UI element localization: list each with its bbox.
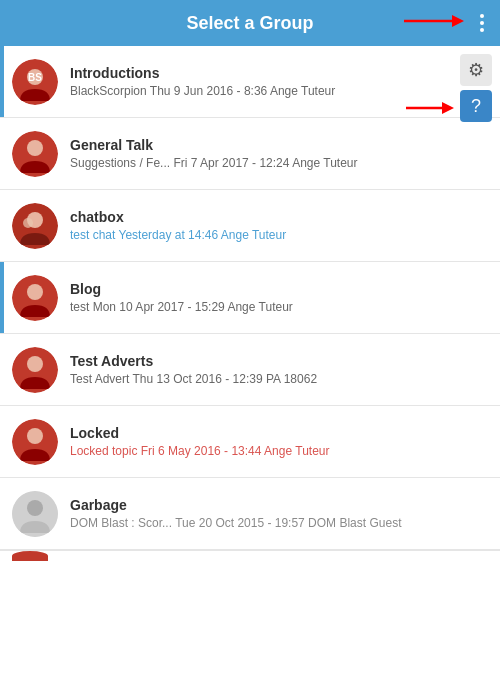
svg-point-19 (27, 500, 43, 516)
avatar-test-adverts (12, 347, 58, 393)
group-info-chatbox: chatbox test chat Yesterday at 14:46 Ang… (70, 209, 488, 242)
annotation-arrow2 (406, 98, 456, 118)
partial-avatar (12, 551, 48, 561)
group-sub: Locked topic Fri 6 May 2016 - 13:44 Ange… (70, 444, 488, 458)
action-icons: ⚙ ? (460, 54, 492, 122)
group-name: Garbage (70, 497, 488, 513)
svg-point-17 (27, 428, 43, 444)
avatar-introductions: BS (12, 59, 58, 105)
group-name: Locked (70, 425, 488, 441)
avatar-locked (12, 419, 58, 465)
group-sub: test chat Yesterday at 14:46 Ange Tuteur (70, 228, 488, 242)
sub-text-static: test chat (70, 228, 118, 242)
group-item-general-talk[interactable]: General Talk Suggestions / Fe... Fri 7 A… (0, 118, 500, 190)
group-info-general-talk: General Talk Suggestions / Fe... Fri 7 A… (70, 137, 488, 170)
group-sub: test Mon 10 Apr 2017 - 15:29 Ange Tuteur (70, 300, 488, 314)
group-item-introductions[interactable]: BS Introductions BlackScorpion Thu 9 Jun… (0, 46, 500, 118)
group-name: Test Adverts (70, 353, 488, 369)
avatar-chatbox (12, 203, 58, 249)
group-name: Introductions (70, 65, 488, 81)
group-info-test-adverts: Test Adverts Test Advert Thu 13 Oct 2016… (70, 353, 488, 386)
group-list: BS Introductions BlackScorpion Thu 9 Jun… (0, 46, 500, 550)
header-menu-button[interactable] (476, 10, 488, 36)
annotation-arrow (404, 6, 464, 36)
group-info-introductions: Introductions BlackScorpion Thu 9 Jun 20… (70, 65, 488, 98)
svg-text:BS: BS (28, 72, 42, 83)
group-item-garbage[interactable]: Garbage DOM Blast : Scor... Tue 20 Oct 2… (0, 478, 500, 550)
sub-text-user: Ange Tuteur (218, 228, 286, 242)
svg-point-13 (27, 284, 43, 300)
header: Select a Group (0, 0, 500, 46)
sub-text-time: Yesterday at 14:46 (118, 228, 218, 242)
svg-marker-1 (452, 15, 464, 27)
group-sub: DOM Blast : Scor... Tue 20 Oct 2015 - 19… (70, 516, 488, 530)
group-sub: Suggestions / Fe... Fri 7 Apr 2017 - 12:… (70, 156, 488, 170)
svg-marker-6 (442, 102, 454, 114)
partial-item (0, 550, 500, 560)
group-item-locked[interactable]: Locked Locked topic Fri 6 May 2016 - 13:… (0, 406, 500, 478)
group-info-blog: Blog test Mon 10 Apr 2017 - 15:29 Ange T… (70, 281, 488, 314)
settings-icon[interactable]: ⚙ (460, 54, 492, 86)
avatar-garbage (12, 491, 58, 537)
header-title: Select a Group (186, 13, 313, 34)
avatar-blog (12, 275, 58, 321)
active-indicator (0, 262, 4, 333)
group-item-test-adverts[interactable]: Test Adverts Test Advert Thu 13 Oct 2016… (0, 334, 500, 406)
svg-point-11 (23, 218, 33, 228)
avatar-general-talk (12, 131, 58, 177)
svg-point-15 (27, 356, 43, 372)
svg-point-8 (27, 140, 43, 156)
group-name: chatbox (70, 209, 488, 225)
group-item-chatbox[interactable]: chatbox test chat Yesterday at 14:46 Ang… (0, 190, 500, 262)
group-sub: Test Advert Thu 13 Oct 2016 - 12:39 PA 1… (70, 372, 488, 386)
group-name: Blog (70, 281, 488, 297)
active-indicator (0, 46, 4, 117)
group-name: General Talk (70, 137, 488, 153)
group-info-locked: Locked Locked topic Fri 6 May 2016 - 13:… (70, 425, 488, 458)
group-info-garbage: Garbage DOM Blast : Scor... Tue 20 Oct 2… (70, 497, 488, 530)
group-sub: BlackScorpion Thu 9 Jun 2016 - 8:36 Ange… (70, 84, 488, 98)
group-item-blog[interactable]: Blog test Mon 10 Apr 2017 - 15:29 Ange T… (0, 262, 500, 334)
